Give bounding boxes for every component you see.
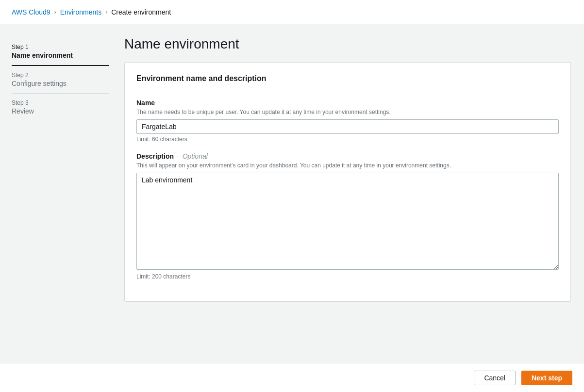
name-input[interactable] [136,119,559,134]
form-card: Environment name and description Name Th… [124,62,571,302]
description-field-limit: Limit: 200 characters [136,273,559,280]
breadcrumb: AWS Cloud9 › Environments › Create envir… [12,8,171,16]
sidebar: Step 1 Name environment Step 2 Configure… [12,36,109,302]
breadcrumb-current: Create environment [111,8,171,16]
cancel-button[interactable]: Cancel [474,371,516,385]
step-2-label: Step 2 [12,72,109,79]
action-bar: Cancel Next step [0,363,584,392]
step-1[interactable]: Step 1 Name environment [12,38,109,66]
breadcrumb-link-environments[interactable]: Environments [60,8,102,16]
description-field-description: This will appear on your environment's c… [136,162,559,169]
step-1-label: Step 1 [12,44,109,50]
breadcrumb-link-cloud9[interactable]: AWS Cloud9 [12,8,50,16]
next-step-button[interactable]: Next step [521,371,572,385]
breadcrumb-separator-2: › [105,9,107,16]
page-title: Name environment [124,36,572,52]
description-textarea[interactable]: Lab environment [136,173,559,270]
name-field-description: The name needs to be unique per user. Yo… [136,109,559,115]
breadcrumb-separator-1: › [54,9,56,16]
step-3-label: Step 3 [12,99,109,106]
step-2-name: Configure settings [12,80,109,87]
form-section-title: Environment name and description [136,74,559,89]
top-nav: AWS Cloud9 › Environments › Create envir… [0,0,584,24]
name-field-label: Name [136,99,559,107]
name-field-container: Name The name needs to be unique per use… [136,99,559,143]
step-3[interactable]: Step 3 Review [12,94,109,121]
description-field-container: Description– Optional This will appear o… [136,152,559,280]
name-field-limit: Limit: 60 characters [136,136,559,143]
description-optional-label: – Optional [177,152,208,160]
step-2[interactable]: Step 2 Configure settings [12,66,109,94]
content-area: Name environment Environment name and de… [109,36,572,302]
main-container: Step 1 Name environment Step 2 Configure… [0,24,584,302]
description-field-label: Description– Optional [136,152,559,160]
step-3-name: Review [12,107,109,115]
step-1-name: Name environment [12,51,109,59]
